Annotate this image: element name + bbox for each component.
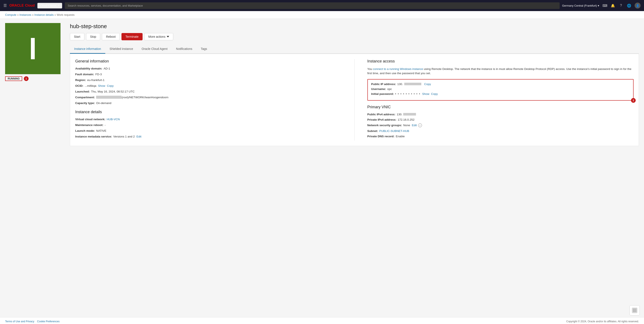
tab-shielded-instance[interactable]: Shielded instance xyxy=(105,44,138,54)
ocid-show-link[interactable]: Show xyxy=(98,84,105,88)
public-ip-copy-link[interactable]: Copy xyxy=(424,82,431,86)
svg-point-2 xyxy=(634,309,635,310)
public-ipv4-redacted xyxy=(403,113,416,116)
terms-link[interactable]: Terms of Use and Privacy xyxy=(5,320,34,323)
vcn-link[interactable]: HUB-VCN xyxy=(107,118,120,121)
compartment-label: Compartment: xyxy=(75,96,95,99)
instance-metadata-row: Instance metadata service: Versions 1 an… xyxy=(75,135,342,138)
username-row: Username: opc xyxy=(371,88,630,90)
ocid-value: ...mi6kqa xyxy=(84,84,96,88)
nsg-edit-link[interactable]: Edit xyxy=(412,124,417,127)
public-ipv4-label: Public IPv4 address: xyxy=(368,113,396,116)
help-icon[interactable]: ? xyxy=(618,3,624,8)
status-section: RUNNING 1 xyxy=(5,76,65,81)
tab-bar: Instance information Shielded instance O… xyxy=(70,44,639,54)
breadcrumb-instances[interactable]: Instances xyxy=(20,13,31,16)
private-dns-row: Private DNS record: Enable xyxy=(368,135,634,138)
region-row: Region: eu-frankfurt-1 xyxy=(75,78,342,82)
language-globe-icon[interactable]: 🌐 xyxy=(626,3,632,8)
fault-domain-row: Fault domain: FD-3 xyxy=(75,73,342,76)
capacity-type-label: Capacity type: xyxy=(75,102,95,105)
svg-point-5 xyxy=(634,310,635,311)
svg-point-6 xyxy=(636,310,636,311)
breadcrumb-instance-details[interactable]: Instance details xyxy=(34,13,54,16)
private-ipv4-row: Private IPv4 address: 172.16.0.252 xyxy=(368,118,634,121)
nsg-info-icon[interactable]: i xyxy=(418,124,422,127)
password-copy-link[interactable]: Copy xyxy=(431,92,438,96)
svg-point-8 xyxy=(634,311,635,312)
capacity-type-value: On-demand xyxy=(96,102,111,105)
nsg-value: None xyxy=(403,124,410,127)
breadcrumb-compute[interactable]: Compute xyxy=(5,13,16,16)
private-ipv4-value: 172.16.0.252 xyxy=(398,118,414,121)
instance-image-bar xyxy=(31,38,35,59)
start-button[interactable]: Start xyxy=(70,33,84,40)
region-info-label: Region: xyxy=(75,78,86,82)
global-search-input[interactable] xyxy=(65,2,560,9)
info-right-column: Instance access You connect to a running… xyxy=(368,59,634,141)
terminate-button[interactable]: Terminate xyxy=(122,33,142,40)
footer: Terms of Use and Privacy Cookie Preferen… xyxy=(0,317,644,324)
ocid-row: OCID: ...mi6kqa Show Copy xyxy=(75,84,342,88)
public-ip-row: Public IP address: 130. Copy xyxy=(371,82,630,86)
terminal-icon[interactable]: ⌨ xyxy=(602,3,607,8)
top-navigation: ☰ ORACLE Cloud Cloud Classic > Germany C… xyxy=(0,0,644,11)
tab-instance-information[interactable]: Instance information xyxy=(70,44,105,54)
region-label: Germany Central (Frankfurt) xyxy=(562,4,597,7)
password-show-link[interactable]: Show xyxy=(422,92,430,96)
cloud-classic-button[interactable]: Cloud Classic > xyxy=(37,3,62,8)
tab-content-area: General information Availability domain:… xyxy=(70,54,639,146)
launch-mode-row: Launch mode: NATIVE xyxy=(75,129,342,132)
access-desc-you: You xyxy=(368,67,372,70)
tab-tags[interactable]: Tags xyxy=(196,44,212,54)
svg-point-9 xyxy=(636,311,636,312)
username-label: Username: xyxy=(371,88,386,90)
oracle-logo: ORACLE Cloud xyxy=(10,4,35,8)
nav-right-section: Germany Central (Frankfurt) ▾ ⌨ 🔔 ? 🌐 👤 xyxy=(562,2,640,8)
reboot-button[interactable]: Reboot xyxy=(102,33,120,40)
tab-oracle-cloud-agent[interactable]: Oracle Cloud Agent xyxy=(138,44,172,54)
breadcrumb-work-requests: Work requests xyxy=(57,13,74,16)
subnet-label: Subnet: xyxy=(368,130,378,132)
private-dns-label: Private DNS record: xyxy=(368,135,395,138)
username-value: opc xyxy=(387,88,392,90)
launch-mode-value: NATIVE xyxy=(96,129,106,132)
hamburger-menu-icon[interactable]: ☰ xyxy=(4,3,7,8)
region-selector[interactable]: Germany Central (Frankfurt) ▾ xyxy=(562,4,599,7)
instance-details-heading: Instance details xyxy=(75,110,342,114)
status-badge: RUNNING xyxy=(5,76,22,81)
private-dns-value: Enable xyxy=(396,135,405,138)
tab-notifications[interactable]: Notifications xyxy=(172,44,196,54)
ocid-copy-link[interactable]: Copy xyxy=(107,84,114,88)
notifications-bell-icon[interactable]: 🔔 xyxy=(610,3,616,8)
nsg-row: Network security groups: None Edit i xyxy=(368,124,634,127)
connect-windows-link[interactable]: connect to a running Windows instance xyxy=(373,67,423,70)
password-dots: • • • • • • • • • • xyxy=(395,92,420,96)
footer-left: Terms of Use and Privacy Cookie Preferen… xyxy=(5,320,60,323)
fault-domain-label: Fault domain: xyxy=(75,73,94,76)
cookie-preferences-link[interactable]: Cookie Preferences xyxy=(37,320,60,323)
private-ipv4-label: Private IPv4 address: xyxy=(368,118,396,121)
ocid-label: OCID: xyxy=(75,84,83,88)
instance-metadata-edit-link[interactable]: Edit xyxy=(136,135,141,138)
svg-point-4 xyxy=(633,310,634,311)
stop-button[interactable]: Stop xyxy=(86,33,100,40)
vcn-label: Virtual cloud network: xyxy=(75,118,106,121)
public-ip-value: 130. xyxy=(397,82,403,86)
more-actions-label: More actions xyxy=(148,35,165,38)
instance-access-heading: Instance access xyxy=(368,59,634,64)
access-box-badge-number: 2 xyxy=(631,98,636,103)
public-ipv4-row: Public IPv4 address: 130. xyxy=(368,113,634,116)
public-ip-redacted xyxy=(404,83,421,85)
subnet-link[interactable]: PUBLIC-SUBNET-HUB xyxy=(379,130,409,132)
footer-copyright: Copyright © 2024, Oracle and/or its affi… xyxy=(566,320,639,323)
main-content: RUNNING 1 hub-step-stone Start Stop Rebo… xyxy=(0,19,644,317)
user-avatar[interactable]: 👤 xyxy=(634,2,640,8)
nsg-label: Network security groups: xyxy=(368,124,402,127)
help-widget[interactable] xyxy=(630,305,640,316)
maintenance-reboot-value: - xyxy=(105,124,106,126)
svg-point-3 xyxy=(636,309,636,310)
svg-point-1 xyxy=(633,309,634,310)
maintenance-reboot-label: Maintenance reboot: xyxy=(75,124,103,126)
more-actions-button[interactable]: More actions xyxy=(144,33,173,40)
